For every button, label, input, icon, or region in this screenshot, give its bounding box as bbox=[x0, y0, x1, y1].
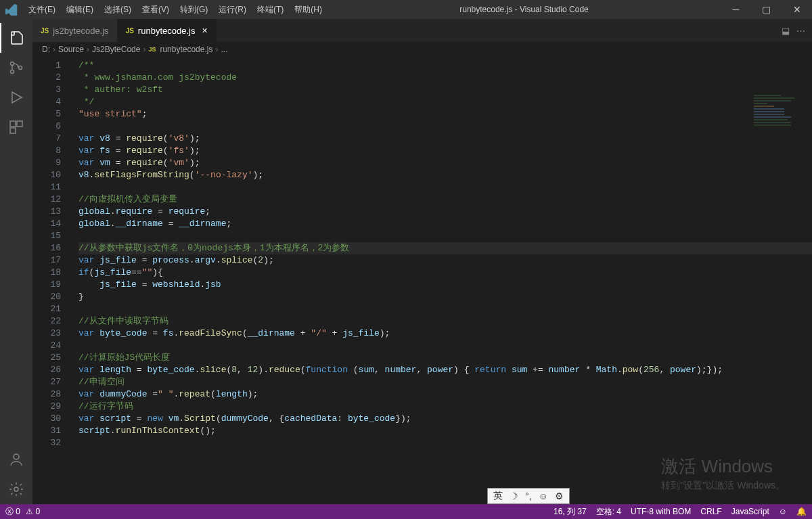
account-icon[interactable] bbox=[0, 445, 32, 474]
code-content[interactable]: /** * www.jshaman.com js2bytecode * auth… bbox=[73, 57, 812, 504]
status-cursor-position[interactable]: 16, 列 37 bbox=[554, 506, 587, 518]
code-line[interactable] bbox=[78, 120, 812, 133]
code-editor[interactable]: 1234567891011121314151617181920212223242… bbox=[32, 57, 812, 504]
status-feedback-icon[interactable]: ☺ bbox=[779, 507, 787, 516]
menu-item[interactable]: 编辑(E) bbox=[61, 0, 99, 19]
minimize-button[interactable]: ─ bbox=[721, 0, 751, 19]
line-number: 24 bbox=[32, 340, 61, 352]
code-line[interactable] bbox=[78, 181, 812, 194]
split-editor-icon[interactable]: ⬓ bbox=[782, 26, 790, 36]
code-line[interactable]: /** bbox=[78, 60, 812, 72]
line-number: 26 bbox=[32, 364, 61, 376]
code-line[interactable]: var fs = require('fs'); bbox=[78, 145, 812, 157]
explorer-icon[interactable] bbox=[0, 23, 32, 53]
menu-item[interactable]: 转到(G) bbox=[175, 0, 213, 19]
breadcrumb-item[interactable]: Source bbox=[58, 45, 84, 54]
line-number: 17 bbox=[32, 254, 61, 267]
line-number: 29 bbox=[32, 401, 61, 413]
code-line[interactable]: v8.setFlagsFromString('--no-lazy'); bbox=[78, 169, 812, 181]
line-number: 14 bbox=[32, 218, 61, 230]
run-debug-icon[interactable] bbox=[0, 83, 32, 112]
code-line[interactable]: "use strict"; bbox=[78, 108, 812, 120]
code-line[interactable]: global.require = require; bbox=[78, 206, 812, 218]
line-number: 6 bbox=[32, 120, 61, 133]
code-line[interactable]: //从文件中读取字节码 bbox=[78, 315, 812, 328]
code-line[interactable]: * www.jshaman.com js2bytecode bbox=[78, 72, 812, 84]
status-warnings[interactable]: ⚠ 0 bbox=[26, 507, 40, 516]
code-line[interactable]: global.__dirname = __dirname; bbox=[78, 218, 812, 230]
line-number: 18 bbox=[32, 267, 61, 279]
code-line[interactable]: var v8 = require('v8'); bbox=[78, 133, 812, 145]
code-line[interactable]: //向虚拟机传入变局变量 bbox=[78, 194, 812, 206]
extensions-icon[interactable] bbox=[0, 112, 32, 142]
tab-label: runbytecode.js bbox=[138, 26, 196, 36]
code-line[interactable]: script.runInThisContext(); bbox=[78, 425, 812, 437]
ime-lang-label[interactable]: 英 bbox=[493, 490, 503, 502]
source-control-icon[interactable] bbox=[0, 53, 32, 83]
line-number: 9 bbox=[32, 157, 61, 169]
status-eol[interactable]: CRLF bbox=[700, 507, 721, 516]
status-bell-icon[interactable]: 🔔 bbox=[796, 507, 807, 516]
line-number: 11 bbox=[32, 181, 61, 194]
status-encoding[interactable]: UTF-8 with BOM bbox=[631, 507, 691, 516]
code-line[interactable] bbox=[78, 230, 812, 242]
code-line[interactable] bbox=[78, 303, 812, 315]
menu-item[interactable]: 帮助(H) bbox=[289, 0, 328, 19]
code-line[interactable]: var dummyCode =" ".repeat(length); bbox=[78, 388, 812, 401]
js-file-icon: JS bbox=[148, 46, 156, 53]
line-number: 5 bbox=[32, 108, 61, 120]
editor-tab[interactable]: JSrunbytecode.js× bbox=[118, 19, 217, 42]
minimap[interactable] bbox=[754, 95, 801, 149]
ime-emoji-icon[interactable]: ☺ bbox=[539, 491, 548, 501]
menu-item[interactable]: 查看(V) bbox=[137, 0, 175, 19]
code-line[interactable]: */ bbox=[78, 96, 812, 108]
settings-gear-icon[interactable] bbox=[0, 474, 32, 504]
window-title: runbytecode.js - Visual Studio Code bbox=[328, 5, 721, 14]
close-button[interactable]: ✕ bbox=[782, 0, 812, 19]
ime-settings-icon[interactable]: ⚙ bbox=[555, 491, 564, 501]
line-number: 25 bbox=[32, 352, 61, 364]
code-line[interactable]: var length = byte_code.slice(8, 12).redu… bbox=[78, 364, 812, 376]
line-number: 19 bbox=[32, 279, 61, 291]
code-line[interactable]: var js_file = process.argv.splice(2); bbox=[78, 254, 812, 267]
code-line[interactable] bbox=[78, 437, 812, 449]
ime-toolbar[interactable]: 英 ☽ °, ☺ ⚙ bbox=[487, 488, 570, 504]
status-errors[interactable]: ⓧ 0 bbox=[5, 506, 20, 518]
line-number: 7 bbox=[32, 133, 61, 145]
menu-item[interactable]: 终端(T) bbox=[252, 0, 289, 19]
code-line[interactable]: //申请空间 bbox=[78, 376, 812, 388]
code-line[interactable]: var vm = require('vm'); bbox=[78, 157, 812, 169]
ime-moon-icon[interactable]: ☽ bbox=[510, 491, 518, 501]
menu-item[interactable]: 文件(E) bbox=[23, 0, 61, 19]
menu-item[interactable]: 选择(S) bbox=[99, 0, 137, 19]
maximize-button[interactable]: ▢ bbox=[751, 0, 782, 19]
close-tab-icon[interactable]: × bbox=[202, 25, 207, 36]
line-number: 16 bbox=[32, 242, 61, 254]
code-line[interactable] bbox=[78, 340, 812, 352]
code-line[interactable]: * auther: w2sft bbox=[78, 84, 812, 96]
line-number: 15 bbox=[32, 230, 61, 242]
breadcrumb-file[interactable]: runbytecode.js bbox=[160, 45, 212, 54]
svg-point-0 bbox=[11, 62, 14, 66]
code-line[interactable]: if(js_file==""){ bbox=[78, 267, 812, 279]
code-line[interactable]: } bbox=[78, 291, 812, 303]
line-number: 8 bbox=[32, 145, 61, 157]
code-line[interactable]: var script = new vm.Script(dummyCode, {c… bbox=[78, 413, 812, 425]
more-actions-icon[interactable]: ⋯ bbox=[796, 26, 805, 36]
ime-punct-icon[interactable]: °, bbox=[525, 491, 532, 501]
line-number: 12 bbox=[32, 194, 61, 206]
line-number: 27 bbox=[32, 376, 61, 388]
breadcrumbs[interactable]: D:›Source›Js2ByteCode›JS runbytecode.js›… bbox=[32, 42, 812, 57]
editor-tab[interactable]: JSjs2bytecode.js bbox=[32, 19, 118, 42]
breadcrumb-item[interactable]: Js2ByteCode bbox=[92, 45, 140, 54]
code-line[interactable]: //计算原始JS代码长度 bbox=[78, 352, 812, 364]
code-line[interactable]: js_file = webshield.jsb bbox=[78, 279, 812, 291]
status-language[interactable]: JavaScript bbox=[731, 507, 769, 516]
code-line[interactable]: var byte_code = fs.readFileSync(__dirnam… bbox=[78, 328, 812, 340]
breadcrumb-item[interactable]: D: bbox=[42, 45, 50, 54]
menu-item[interactable]: 运行(R) bbox=[213, 0, 252, 19]
breadcrumb-tail[interactable]: ... bbox=[221, 45, 227, 54]
code-line[interactable]: //从参数中获取js文件名，0为nodejs本身，1为本程序名，2为参数 bbox=[78, 242, 812, 254]
code-line[interactable]: //运行字节码 bbox=[78, 401, 812, 413]
status-indent[interactable]: 空格: 4 bbox=[596, 506, 621, 518]
